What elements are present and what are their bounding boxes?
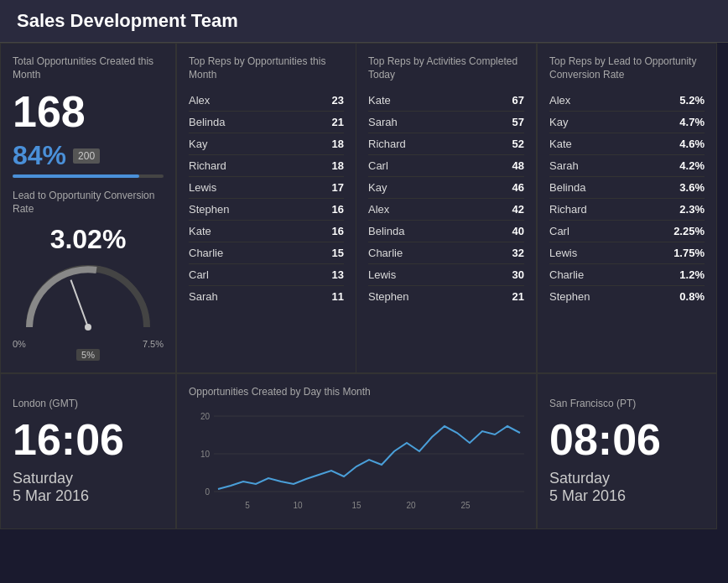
rep-name: Kate bbox=[368, 94, 391, 107]
conversion-rate-panel: Top Reps by Lead to Opportunity Conversi… bbox=[537, 43, 717, 373]
rep-value: 4.6% bbox=[679, 138, 705, 150]
rep-name: Sarah bbox=[189, 290, 218, 303]
gauge-current: 5% bbox=[76, 349, 100, 361]
rep-value: 15 bbox=[332, 247, 344, 259]
rep-value: 18 bbox=[332, 159, 344, 172]
list-item: Stephen21 bbox=[368, 286, 524, 307]
svg-text:20: 20 bbox=[406, 501, 416, 510]
rep-value: 32 bbox=[512, 247, 524, 259]
conversion-rate-value: 3.02% bbox=[13, 224, 164, 255]
rep-name: Richard bbox=[368, 138, 406, 150]
list-item: Stephen0.8% bbox=[549, 286, 705, 307]
list-item: Alex42 bbox=[368, 199, 524, 221]
list-item: Charlie1.2% bbox=[549, 264, 705, 286]
header: Sales Development Team bbox=[0, 0, 728, 43]
list-item: Lewis17 bbox=[189, 177, 344, 199]
progress-bar-fill bbox=[13, 174, 139, 178]
list-item: Charlie32 bbox=[368, 242, 524, 264]
rep-value: 16 bbox=[332, 203, 344, 216]
rep-value: 42 bbox=[512, 203, 524, 216]
rep-value: 21 bbox=[512, 290, 524, 303]
london-day: Saturday bbox=[13, 470, 164, 487]
rep-value: 2.25% bbox=[673, 225, 705, 237]
opportunities-rep-list: Alex23Belinda21Kay18Richard18Lewis17Step… bbox=[189, 90, 344, 307]
list-item: Kate67 bbox=[368, 90, 524, 112]
opportunities-panel: Top Reps by Opportunities this Month Ale… bbox=[177, 44, 356, 372]
svg-text:5: 5 bbox=[245, 501, 250, 510]
list-item: Kay18 bbox=[189, 133, 344, 155]
gauge-labels: 0% 7.5% bbox=[13, 339, 164, 349]
rep-value: 3.6% bbox=[679, 181, 705, 194]
sf-clock-panel: San Francisco (PT) 08:06 Saturday 5 Mar … bbox=[537, 373, 717, 529]
london-location: London (GMT) bbox=[13, 398, 164, 409]
rep-value: 21 bbox=[332, 116, 344, 128]
rep-value: 16 bbox=[332, 225, 344, 237]
rep-value: 40 bbox=[512, 225, 524, 237]
rep-value: 23 bbox=[332, 94, 344, 107]
rep-name: Belinda bbox=[189, 116, 225, 128]
rep-name: Alex bbox=[368, 203, 389, 216]
svg-line-0 bbox=[70, 280, 88, 327]
list-item: Carl13 bbox=[189, 264, 344, 286]
list-item: Kate4.6% bbox=[549, 133, 705, 155]
rep-name: Sarah bbox=[549, 159, 579, 172]
list-item: Lewis1.75% bbox=[549, 242, 705, 264]
svg-text:0: 0 bbox=[205, 487, 210, 497]
list-item: Sarah4.2% bbox=[549, 155, 705, 177]
rep-value: 2.3% bbox=[679, 203, 705, 216]
chart-title: Opportunities Created by Day this Month bbox=[189, 386, 524, 399]
rep-name: Lewis bbox=[549, 247, 577, 259]
rep-name: Carl bbox=[549, 225, 569, 237]
sf-date: 5 Mar 2016 bbox=[549, 487, 705, 505]
rep-value: 11 bbox=[332, 290, 344, 303]
rep-value: 4.7% bbox=[679, 116, 705, 128]
percent-value: 84% bbox=[13, 140, 66, 171]
svg-text:10: 10 bbox=[293, 501, 303, 510]
list-item: Lewis30 bbox=[368, 264, 524, 286]
rep-name: Richard bbox=[189, 159, 226, 172]
list-item: Kay4.7% bbox=[549, 112, 705, 133]
total-opportunities-value: 168 bbox=[13, 90, 164, 133]
rep-name: Lewis bbox=[189, 181, 216, 194]
top-middle-panels: Top Reps by Opportunities this Month Ale… bbox=[176, 43, 537, 373]
list-item: Richard18 bbox=[189, 155, 344, 177]
rep-value: 67 bbox=[512, 94, 524, 107]
rep-value: 48 bbox=[512, 159, 524, 172]
rep-value: 5.2% bbox=[679, 94, 705, 107]
rep-value: 13 bbox=[332, 268, 344, 281]
list-item: Kay46 bbox=[368, 177, 524, 199]
gauge bbox=[21, 260, 155, 336]
list-item: Alex23 bbox=[189, 90, 344, 112]
sf-time: 08:06 bbox=[549, 418, 705, 461]
list-item: Richard52 bbox=[368, 133, 524, 155]
svg-text:20: 20 bbox=[200, 412, 211, 421]
total-opportunities-panel: Total Opportunities Created this Month 1… bbox=[0, 43, 176, 373]
list-item: Belinda3.6% bbox=[549, 177, 705, 199]
conversion-rate-title: Top Reps by Lead to Opportunity Conversi… bbox=[549, 55, 705, 81]
svg-point-1 bbox=[85, 324, 91, 331]
rep-value: 17 bbox=[332, 181, 344, 194]
rep-value: 1.2% bbox=[679, 268, 705, 281]
list-item: Kate16 bbox=[189, 221, 344, 242]
rep-name: Kate bbox=[549, 138, 572, 150]
conversion-label: Lead to Opportunity Conversion Rate bbox=[13, 190, 164, 216]
rep-name: Charlie bbox=[549, 268, 584, 281]
svg-text:25: 25 bbox=[460, 501, 471, 510]
list-item: Sarah57 bbox=[368, 112, 524, 133]
rep-value: 46 bbox=[512, 181, 524, 194]
opportunities-title: Top Reps by Opportunities this Month bbox=[189, 55, 344, 81]
list-item: Stephen16 bbox=[189, 199, 344, 221]
list-item: Carl2.25% bbox=[549, 221, 705, 242]
rep-name: Stephen bbox=[368, 290, 408, 303]
rep-value: 1.75% bbox=[673, 247, 705, 259]
rep-value: 18 bbox=[332, 138, 344, 150]
svg-text:10: 10 bbox=[200, 450, 211, 459]
activities-title: Top Reps by Activities Completed Today bbox=[368, 55, 524, 81]
rep-name: Charlie bbox=[368, 247, 403, 259]
sf-location: San Francisco (PT) bbox=[549, 398, 705, 409]
activities-rep-list: Kate67Sarah57Richard52Carl48Kay46Alex42B… bbox=[368, 90, 524, 307]
rep-name: Belinda bbox=[368, 225, 404, 237]
chart-panel: Opportunities Created by Day this Month … bbox=[176, 373, 537, 529]
page-title: Sales Development Team bbox=[17, 10, 711, 32]
rep-name: Richard bbox=[549, 203, 587, 216]
